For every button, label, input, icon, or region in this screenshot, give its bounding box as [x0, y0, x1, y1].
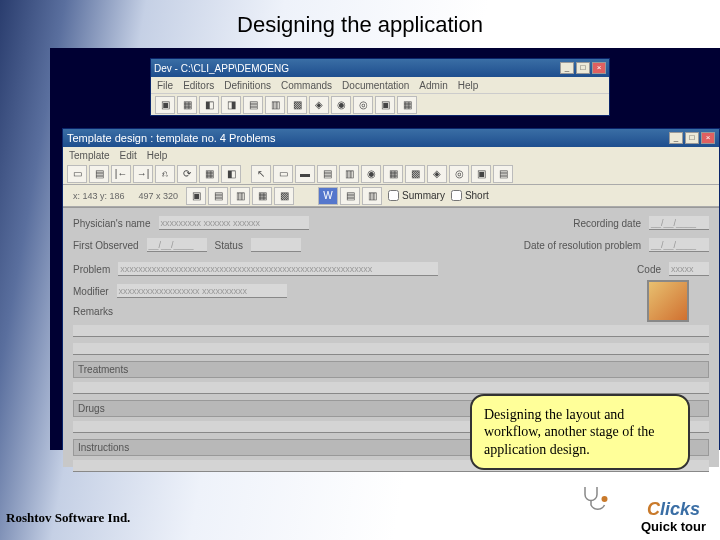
footer-quick-tour: Quick tour: [641, 519, 706, 534]
tool-icon[interactable]: ◎: [449, 165, 469, 183]
maximize-button[interactable]: □: [576, 62, 590, 74]
tool-icon[interactable]: ◎: [353, 96, 373, 114]
first-observed-field[interactable]: __/__/____: [147, 238, 207, 252]
tool-icon[interactable]: ▦: [177, 96, 197, 114]
tool-icon[interactable]: ▤: [89, 165, 109, 183]
tool-icon[interactable]: ▦: [383, 165, 403, 183]
tool-icon[interactable]: ▣: [375, 96, 395, 114]
remarks-line[interactable]: [73, 343, 709, 355]
svg-point-0: [602, 496, 608, 502]
tool-icon[interactable]: ▦: [199, 165, 219, 183]
resolution-date-label: Date of resolution problem: [524, 240, 641, 251]
tool-icon[interactable]: ▦: [252, 187, 272, 205]
remarks-label: Remarks: [73, 306, 113, 317]
tool-icon[interactable]: ▤: [208, 187, 228, 205]
problem-label: Problem: [73, 264, 110, 275]
image-placeholder-icon[interactable]: [647, 280, 689, 322]
menu-template[interactable]: Template: [69, 150, 110, 161]
minimize-button[interactable]: _: [669, 132, 683, 144]
menu-editors[interactable]: Editors: [183, 80, 214, 91]
menu-documentation[interactable]: Documentation: [342, 80, 409, 91]
tool-icon[interactable]: ▣: [186, 187, 206, 205]
tool-icon[interactable]: ◉: [331, 96, 351, 114]
page-title: Designing the application: [0, 12, 720, 38]
tool-icon[interactable]: ⟳: [177, 165, 197, 183]
tool-icon[interactable]: ▥: [230, 187, 250, 205]
tool-icon[interactable]: ⎌: [155, 165, 175, 183]
menu-file[interactable]: File: [157, 80, 173, 91]
modifier-label: Modifier: [73, 286, 109, 297]
tool-icon[interactable]: ▥: [265, 96, 285, 114]
tool-icon[interactable]: ▥: [362, 187, 382, 205]
problem-field[interactable]: xxxxxxxxxxxxxxxxxxxxxxxxxxxxxxxxxxxxxxxx…: [118, 262, 438, 276]
dev-window: Dev - C:\CLI_APP\DEMOENG _ □ × File Edit…: [150, 58, 610, 116]
recording-date-label: Recording date: [573, 218, 641, 229]
tool-icon[interactable]: ▤: [340, 187, 360, 205]
recording-date-field[interactable]: __/__/____: [649, 216, 709, 230]
maximize-button[interactable]: □: [685, 132, 699, 144]
tool-icon[interactable]: ▩: [274, 187, 294, 205]
tool-icon[interactable]: ▭: [67, 165, 87, 183]
menu-commands[interactable]: Commands: [281, 80, 332, 91]
tool-icon[interactable]: ▥: [339, 165, 359, 183]
template-menubar: Template Edit Help: [63, 147, 719, 163]
physician-field[interactable]: xxxxxxxxx xxxxxx xxxxxx: [159, 216, 309, 230]
tool-icon[interactable]: →|: [133, 165, 153, 183]
tool-icon[interactable]: ▩: [405, 165, 425, 183]
tool-icon[interactable]: ◧: [199, 96, 219, 114]
dev-window-controls: _ □ ×: [560, 62, 606, 74]
footer-company: Roshtov Software Ind.: [6, 510, 130, 526]
tool-icon[interactable]: ◈: [427, 165, 447, 183]
code-field[interactable]: xxxxx: [669, 262, 709, 276]
template-window-controls: _ □ ×: [669, 132, 715, 144]
tool-icon[interactable]: ▩: [287, 96, 307, 114]
remarks-line[interactable]: [73, 325, 709, 337]
physician-label: Physician's name: [73, 218, 151, 229]
template-title-text: Template design : template no. 4 Problem…: [67, 132, 276, 144]
tool-icon[interactable]: ◈: [309, 96, 329, 114]
tool-icon[interactable]: ▤: [493, 165, 513, 183]
tool-icon[interactable]: ◉: [361, 165, 381, 183]
menu-help[interactable]: Help: [147, 150, 168, 161]
dev-toolbar: ▣ ▦ ◧ ◨ ▤ ▥ ▩ ◈ ◉ ◎ ▣ ▦: [151, 93, 609, 115]
stethoscope-icon: [578, 484, 610, 514]
tool-icon[interactable]: ▦: [397, 96, 417, 114]
menu-edit[interactable]: Edit: [120, 150, 137, 161]
first-observed-label: First Observed: [73, 240, 139, 251]
short-checkbox[interactable]: Short: [451, 190, 489, 201]
template-toolbar-2: x: 143 y: 186 497 x 320 ▣ ▤ ▥ ▦ ▩ W ▤ ▥ …: [63, 185, 719, 207]
tool-icon[interactable]: |←: [111, 165, 131, 183]
treatments-section[interactable]: Treatments: [73, 361, 709, 378]
dev-menubar: File Editors Definitions Commands Docume…: [151, 77, 609, 93]
close-button[interactable]: ×: [701, 132, 715, 144]
tool-icon[interactable]: ◧: [221, 165, 241, 183]
tool-icon[interactable]: ▤: [243, 96, 263, 114]
tool-icon[interactable]: ▣: [471, 165, 491, 183]
resolution-date-field[interactable]: __/__/____: [649, 238, 709, 252]
menu-admin[interactable]: Admin: [419, 80, 447, 91]
treatments-line[interactable]: [73, 382, 709, 394]
template-titlebar: Template design : template no. 4 Problem…: [63, 129, 719, 147]
minimize-button[interactable]: _: [560, 62, 574, 74]
modifier-field[interactable]: xxxxxxxxxxxxxxxxxx xxxxxxxxxx: [117, 284, 287, 298]
summary-checkbox[interactable]: Summary: [388, 190, 445, 201]
tool-icon[interactable]: ▣: [155, 96, 175, 114]
dev-titlebar: Dev - C:\CLI_APP\DEMOENG _ □ ×: [151, 59, 609, 77]
dev-title-text: Dev - C:\CLI_APP\DEMOENG: [154, 63, 289, 74]
template-toolbar-1: ▭ ▤ |← →| ⎌ ⟳ ▦ ◧ ↖ ▭ ▬ ▤ ▥ ◉ ▦ ▩ ◈ ◎ ▣: [63, 163, 719, 185]
tool-icon[interactable]: ▤: [317, 165, 337, 183]
callout-note: Designing the layout and workflow, anoth…: [470, 394, 690, 471]
status-field[interactable]: [251, 238, 301, 252]
coord-size: 497 x 320: [139, 191, 179, 201]
dark-stage: Dev - C:\CLI_APP\DEMOENG _ □ × File Edit…: [50, 48, 720, 450]
coord-xy: x: 143 y: 186: [73, 191, 125, 201]
status-label: Status: [215, 240, 243, 251]
tool-icon[interactable]: ▬: [295, 165, 315, 183]
tool-icon[interactable]: ◨: [221, 96, 241, 114]
tool-icon[interactable]: ▭: [273, 165, 293, 183]
menu-help[interactable]: Help: [458, 80, 479, 91]
pointer-icon[interactable]: ↖: [251, 165, 271, 183]
close-button[interactable]: ×: [592, 62, 606, 74]
tool-icon[interactable]: W: [318, 187, 338, 205]
menu-definitions[interactable]: Definitions: [224, 80, 271, 91]
